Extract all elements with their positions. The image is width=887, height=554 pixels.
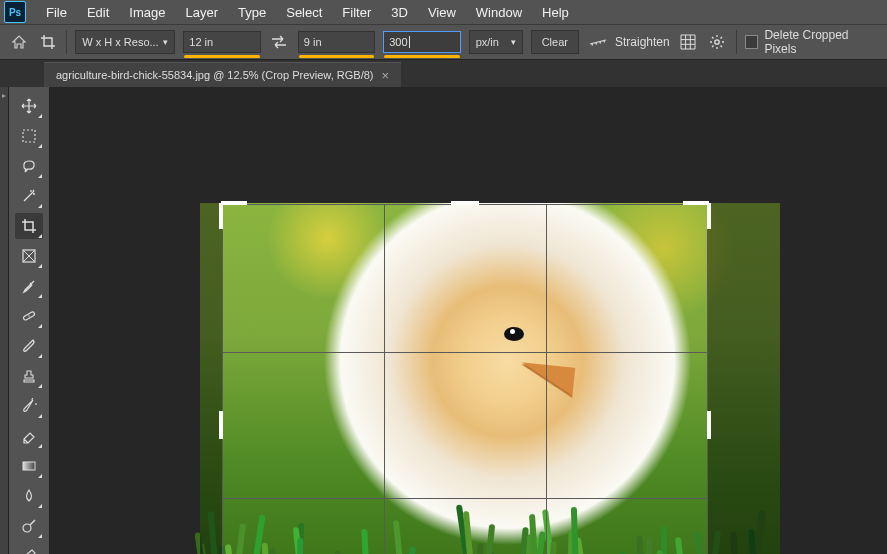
straighten-label: Straighten xyxy=(615,35,670,49)
menu-type[interactable]: Type xyxy=(228,1,276,24)
swap-dimensions-icon[interactable] xyxy=(269,31,290,53)
crop-dimmed-area xyxy=(707,203,780,554)
panel-expander-left[interactable]: ▸ xyxy=(0,87,9,554)
menu-bar: Ps FileEditImageLayerTypeSelectFilter3DV… xyxy=(0,0,887,24)
canvas[interactable] xyxy=(50,87,887,554)
menu-select[interactable]: Select xyxy=(276,1,332,24)
crop-preset-dropdown[interactable]: W x H x Reso... ▾ xyxy=(75,30,175,54)
crop-preset-label: W x H x Reso... xyxy=(82,36,158,48)
chevron-down-icon: ▾ xyxy=(163,37,168,47)
text-cursor xyxy=(409,36,410,48)
image-content xyxy=(519,362,576,395)
chevron-down-icon: ▾ xyxy=(511,37,516,47)
crop-resolution-input[interactable]: 300 xyxy=(383,31,460,53)
svg-point-0 xyxy=(715,40,719,44)
workspace: ▸ xyxy=(0,87,887,554)
home-icon[interactable] xyxy=(8,31,29,53)
chevron-right-icon: ▸ xyxy=(2,91,6,100)
clear-button-label: Clear xyxy=(542,36,568,48)
svg-point-6 xyxy=(23,524,31,532)
highlight-underline xyxy=(184,55,259,58)
image-content xyxy=(200,487,780,554)
document-tab[interactable]: agriculture-bird-chick-55834.jpg @ 12.5%… xyxy=(44,62,401,87)
highlight-underline xyxy=(299,55,374,58)
menu-window[interactable]: Window xyxy=(466,1,532,24)
crop-dimmed-area xyxy=(200,203,223,554)
crop-settings-icon[interactable] xyxy=(707,31,728,53)
straighten-button[interactable]: Straighten xyxy=(587,31,670,53)
svg-point-4 xyxy=(28,315,29,316)
resolution-unit-dropdown[interactable]: px/in ▾ xyxy=(469,30,523,54)
menu-3d[interactable]: 3D xyxy=(381,1,418,24)
straighten-icon xyxy=(587,31,609,53)
pen-tool[interactable] xyxy=(15,543,43,554)
close-icon[interactable]: × xyxy=(381,68,389,83)
menu-edit[interactable]: Edit xyxy=(77,1,119,24)
image-content xyxy=(510,329,515,334)
document-tab-title: agriculture-bird-chick-55834.jpg @ 12.5%… xyxy=(56,69,373,81)
delete-cropped-pixels-option[interactable]: Delete Cropped Pixels xyxy=(745,28,879,56)
resolution-unit-value: px/in xyxy=(476,36,499,48)
menu-help[interactable]: Help xyxy=(532,1,579,24)
crop-tool-icon[interactable] xyxy=(37,31,58,53)
highlight-underline xyxy=(384,55,459,58)
delete-cropped-label: Delete Cropped Pixels xyxy=(764,28,879,56)
delete-cropped-checkbox[interactable] xyxy=(745,35,759,49)
svg-rect-1 xyxy=(23,130,35,142)
crop-overlay-options-icon[interactable] xyxy=(678,31,699,53)
crop-width-input[interactable]: 12 in xyxy=(183,31,260,53)
crop-height-value: 9 in xyxy=(304,36,322,48)
menu-view[interactable]: View xyxy=(418,1,466,24)
document-tab-bar: agriculture-bird-chick-55834.jpg @ 12.5%… xyxy=(0,60,887,87)
tools-panel xyxy=(9,87,50,554)
crop-width-value: 12 in xyxy=(189,36,213,48)
app-logo: Ps xyxy=(4,1,26,23)
menu-filter[interactable]: Filter xyxy=(332,1,381,24)
svg-rect-5 xyxy=(23,462,35,470)
crop-resolution-value: 300 xyxy=(389,36,407,48)
menu-image[interactable]: Image xyxy=(119,1,175,24)
crop-options-bar: W x H x Reso... ▾ 12 in 9 in 300 px/in ▾… xyxy=(0,24,887,60)
clear-button[interactable]: Clear xyxy=(531,30,579,54)
menu-layer[interactable]: Layer xyxy=(176,1,229,24)
menu-file[interactable]: File xyxy=(36,1,77,24)
crop-height-input[interactable]: 9 in xyxy=(298,31,375,53)
